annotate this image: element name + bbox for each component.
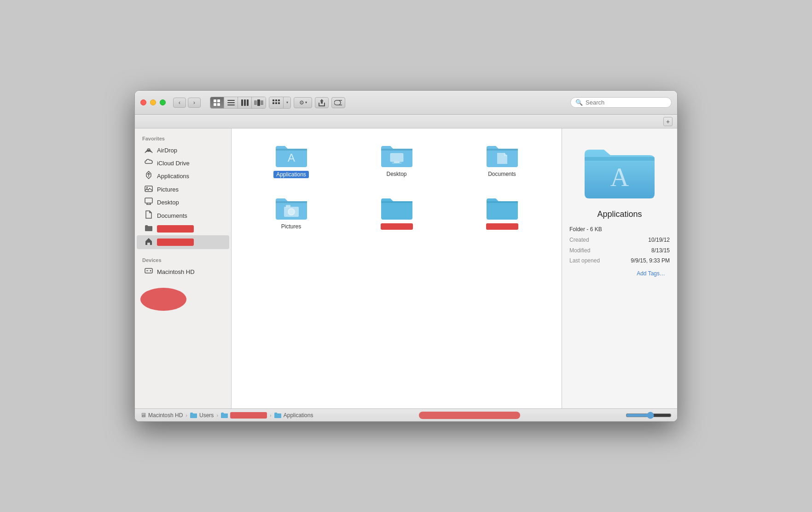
hard-drive-icon	[144, 267, 153, 277]
svg-rect-5	[227, 102, 235, 103]
home-icon	[144, 237, 153, 247]
back-button[interactable]: ‹	[173, 98, 186, 108]
breadcrumb-sep-1: ›	[186, 413, 187, 418]
zoom-range-input[interactable]	[626, 412, 672, 419]
icon-view-button[interactable]	[210, 97, 224, 108]
svg-point-26	[146, 187, 148, 188]
svg-rect-8	[244, 99, 246, 106]
svg-rect-7	[241, 99, 243, 106]
svg-rect-40	[286, 205, 290, 207]
svg-rect-16	[273, 102, 274, 104]
sidebar-item-icloud[interactable]: iCloud Drive	[137, 157, 229, 169]
sidebar-item-pictures[interactable]: Pictures	[137, 183, 229, 196]
svg-point-39	[288, 209, 295, 215]
search-input[interactable]	[586, 99, 667, 106]
documents-folder-icon	[486, 140, 519, 168]
add-tab-button[interactable]: +	[663, 117, 673, 126]
search-icon: 🔍	[575, 99, 583, 106]
svg-rect-13	[273, 99, 274, 101]
share-button[interactable]	[315, 97, 329, 108]
maximize-button[interactable]	[160, 99, 166, 105]
add-tags-button[interactable]: Add Tags…	[637, 270, 665, 277]
sidebar-item-home[interactable]	[137, 235, 229, 249]
sidebar-item-redacted[interactable]	[137, 222, 229, 235]
meta-last-opened-value: 9/9/15, 9:33 PM	[631, 257, 670, 265]
traffic-lights	[140, 99, 166, 105]
view-button-group	[210, 97, 266, 109]
sidebar-item-label: AirDrop	[157, 147, 177, 154]
redacted-file-label-1	[381, 223, 413, 230]
sidebar: Favorites AirDrop	[135, 128, 232, 408]
devices-heading: Devices	[135, 255, 231, 265]
meta-modified-value: 8/13/15	[651, 247, 670, 255]
breadcrumb-path: 🖥 Macintosh HD › Users › ›	[140, 412, 313, 419]
svg-rect-0	[214, 99, 216, 102]
applications-icon	[144, 171, 153, 181]
search-box[interactable]: 🔍	[570, 97, 672, 108]
nav-buttons: ‹ ›	[173, 98, 201, 108]
action-dropdown-arrow: ▾	[305, 100, 307, 105]
tag-button[interactable]	[331, 97, 345, 108]
preview-meta: Folder - 6 KB Created 10/19/12 Modified …	[569, 226, 670, 268]
breadcrumb-item-user[interactable]	[221, 412, 267, 419]
sidebar-item-macintosh-hd[interactable]: Macintosh HD	[137, 265, 229, 279]
folder-icon	[144, 224, 153, 233]
home-redacted-label	[157, 239, 194, 246]
redacted-folder-2-icon	[486, 193, 519, 221]
desktop-icon	[144, 198, 153, 207]
minimize-button[interactable]	[150, 99, 156, 105]
sidebar-item-label: Pictures	[157, 186, 179, 193]
redacted-folder-1-icon	[380, 193, 413, 221]
svg-rect-12	[261, 100, 263, 105]
file-item-pictures[interactable]: Pictures	[241, 190, 342, 233]
list-view-button[interactable]	[224, 97, 238, 108]
bottom-redacted-bar	[419, 412, 520, 419]
svg-rect-31	[145, 268, 152, 273]
breadcrumb-item-applications[interactable]: Applications	[274, 412, 313, 419]
preview-panel: A Applications Folder - 6 KB Created 10/…	[562, 128, 677, 408]
documents-icon	[144, 210, 153, 221]
file-item-documents[interactable]: Documents	[452, 138, 552, 181]
redacted-file-label-2	[486, 223, 518, 230]
column-view-button[interactable]	[238, 97, 252, 108]
pictures-icon	[144, 185, 153, 194]
toolbar: ▾ ⚙ ▾	[210, 97, 345, 109]
meta-row-modified: Modified 8/13/15	[569, 247, 670, 255]
svg-rect-6	[227, 105, 235, 105]
gallery-dropdown-arrow[interactable]: ▾	[283, 97, 290, 108]
file-label-documents: Documents	[488, 171, 516, 177]
sidebar-item-label: Macintosh HD	[157, 268, 195, 275]
svg-rect-19	[334, 100, 341, 105]
file-item-redacted-2[interactable]	[452, 190, 552, 233]
users-folder-mini	[190, 412, 197, 418]
sidebar-item-airdrop[interactable]: AirDrop	[137, 143, 229, 157]
file-item-applications[interactable]: A Applications	[241, 138, 342, 181]
sidebar-item-documents[interactable]: Documents	[137, 209, 229, 222]
bottom-bar: 🖥 Macintosh HD › Users › ›	[135, 408, 677, 421]
file-item-redacted-1[interactable]	[346, 190, 447, 233]
sidebar-item-label: Desktop	[157, 199, 179, 206]
meta-row-kind: Folder - 6 KB	[569, 226, 670, 233]
hd-icon: 🖥	[140, 412, 146, 419]
main-area: Favorites AirDrop	[135, 128, 677, 408]
svg-text:A: A	[610, 163, 629, 192]
preview-name: Applications	[597, 209, 642, 219]
file-label-desktop: Desktop	[386, 171, 406, 177]
preview-folder-icon: A	[583, 138, 656, 202]
breadcrumb-hd-label: Macintosh HD	[148, 412, 183, 419]
meta-modified-label: Modified	[569, 247, 590, 255]
action-button[interactable]: ⚙ ▾	[294, 97, 312, 108]
breadcrumb-item-users[interactable]: Users	[190, 412, 214, 419]
close-button[interactable]	[140, 99, 146, 105]
sidebar-item-desktop[interactable]: Desktop	[137, 196, 229, 209]
file-item-desktop[interactable]: Desktop	[346, 138, 447, 181]
gallery-view-button[interactable]	[269, 97, 283, 108]
sidebar-item-applications[interactable]: Applications	[137, 169, 229, 183]
coverflow-view-button[interactable]	[252, 97, 266, 108]
icloud-icon	[144, 159, 153, 167]
breadcrumb-item-hd[interactable]: 🖥 Macintosh HD	[140, 412, 183, 419]
forward-button[interactable]: ›	[188, 98, 201, 108]
sidebar-item-label: Applications	[157, 173, 189, 180]
file-grid: A Applications	[241, 138, 552, 233]
meta-kind-value: Folder - 6 KB	[569, 226, 602, 233]
